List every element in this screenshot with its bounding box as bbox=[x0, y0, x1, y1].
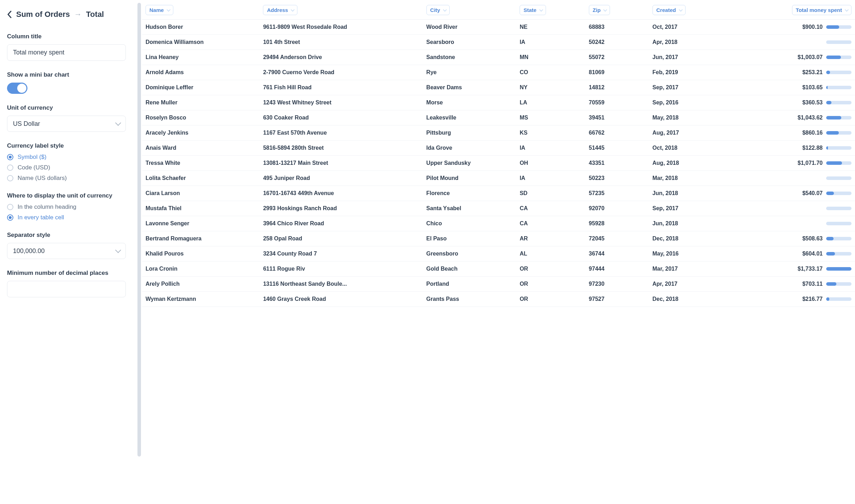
cell-created: Apr, 2017 bbox=[649, 277, 731, 292]
cell-city: Rye bbox=[423, 65, 516, 80]
mini-bar-fill bbox=[826, 297, 829, 301]
mini-bar-fill bbox=[826, 192, 834, 195]
cell-created: Feb, 2019 bbox=[649, 65, 731, 80]
total-value: $1,071.70 bbox=[795, 160, 823, 166]
cell-created: Aug, 2017 bbox=[649, 125, 731, 141]
radio-label: In the column heading bbox=[18, 203, 76, 211]
cell-zip: 92070 bbox=[585, 201, 649, 216]
column-header-button[interactable]: State bbox=[520, 5, 546, 15]
cell-state: OR bbox=[516, 277, 585, 292]
mini-bar-toggle[interactable] bbox=[7, 83, 27, 94]
table-row[interactable]: Lora Cronin6111 Rogue RivGold BeachOR974… bbox=[142, 261, 855, 277]
cell-created: Oct, 2017 bbox=[649, 20, 731, 35]
cell-state: IA bbox=[516, 141, 585, 156]
cell-created: Sep, 2016 bbox=[649, 95, 731, 110]
cell-state: AL bbox=[516, 246, 585, 261]
min-decimals-label: Minimum number of decimal places bbox=[7, 270, 126, 277]
table-row[interactable]: Aracely Jenkins1167 East 570th AvenuePit… bbox=[142, 125, 855, 141]
cell-zip: 50223 bbox=[585, 171, 649, 186]
cell-name: Rene Muller bbox=[142, 95, 259, 110]
breadcrumb-to: Total bbox=[86, 10, 104, 19]
column-header-button[interactable]: Zip bbox=[589, 5, 610, 15]
table-row[interactable]: Arely Pollich13116 Northeast Sandy Boule… bbox=[142, 277, 855, 292]
mini-bar-fill bbox=[826, 101, 831, 104]
display-unit-option[interactable]: In every table cell bbox=[7, 214, 126, 221]
currency-unit-select[interactable]: US Dollar bbox=[7, 116, 126, 132]
table-row[interactable]: Bertrand Romaguera258 Opal RoadEl PasoAR… bbox=[142, 231, 855, 246]
table-row[interactable]: Mustafa Thiel2993 Hoskings Ranch RoadSan… bbox=[142, 201, 855, 216]
table-row[interactable]: Ciara Larson16701-16743 449th AvenueFlor… bbox=[142, 186, 855, 201]
cell-name: Arnold Adams bbox=[142, 65, 259, 80]
column-header-button[interactable]: Total money spent bbox=[792, 5, 851, 15]
cell-zip: 39451 bbox=[585, 110, 649, 125]
total-value: $860.16 bbox=[795, 130, 823, 136]
table-row[interactable]: Khalid Pouros3234 County Road 7Greensbor… bbox=[142, 246, 855, 261]
column-header-button[interactable]: City bbox=[426, 5, 450, 15]
table-row[interactable]: Lolita Schaefer495 Juniper RoadPilot Mou… bbox=[142, 171, 855, 186]
table-row[interactable]: Rene Muller1243 West Whitney StreetMorse… bbox=[142, 95, 855, 110]
cell-zip: 50242 bbox=[585, 35, 649, 50]
cell-state: CA bbox=[516, 201, 585, 216]
cell-name: Lina Heaney bbox=[142, 50, 259, 65]
cell-state: NE bbox=[516, 20, 585, 35]
total-value: $103.65 bbox=[795, 84, 823, 91]
cell-name: Bertrand Romaguera bbox=[142, 231, 259, 246]
cell-zip: 81069 bbox=[585, 65, 649, 80]
cell-total bbox=[731, 216, 855, 231]
cell-created: Aug, 2018 bbox=[649, 156, 731, 171]
column-header-button[interactable]: Address bbox=[263, 5, 297, 15]
column-header-label: City bbox=[430, 7, 440, 13]
total-value: $216.77 bbox=[795, 296, 823, 302]
table-row[interactable]: Hudson Borer9611-9809 West Rosedale Road… bbox=[142, 20, 855, 35]
cell-name: Lolita Schaefer bbox=[142, 171, 259, 186]
cell-created: Jun, 2017 bbox=[649, 50, 731, 65]
cell-zip: 97444 bbox=[585, 261, 649, 277]
table-row[interactable]: Tressa White13081-13217 Main StreetUpper… bbox=[142, 156, 855, 171]
table-row[interactable]: Arnold Adams2-7900 Cuerno Verde RoadRyeC… bbox=[142, 65, 855, 80]
cell-city: Upper Sandusky bbox=[423, 156, 516, 171]
table-row[interactable]: Lavonne Senger3964 Chico River RoadChico… bbox=[142, 216, 855, 231]
table-row[interactable]: Lina Heaney29494 Anderson DriveSandstone… bbox=[142, 50, 855, 65]
cell-address: 3964 Chico River Road bbox=[259, 216, 423, 231]
min-decimals-input[interactable] bbox=[7, 281, 126, 297]
cell-address: 13081-13217 Main Street bbox=[259, 156, 423, 171]
min-decimals-section: Minimum number of decimal places bbox=[7, 270, 126, 297]
table-row[interactable]: Roselyn Bosco630 Coaker RoadLeakesvilleM… bbox=[142, 110, 855, 125]
column-header-button[interactable]: Created bbox=[652, 5, 686, 15]
mini-bar bbox=[826, 56, 851, 59]
back-icon[interactable] bbox=[7, 11, 12, 18]
table-row[interactable]: Domenica Williamson101 4th StreetSearsbo… bbox=[142, 35, 855, 50]
cell-total bbox=[731, 201, 855, 216]
sidebar-scrollbar[interactable] bbox=[136, 0, 142, 504]
label-style-option[interactable]: Name (US dollars) bbox=[7, 175, 126, 182]
chevron-down-icon bbox=[291, 7, 295, 11]
cell-city: El Paso bbox=[423, 231, 516, 246]
cell-name: Tressa White bbox=[142, 156, 259, 171]
label-style-option[interactable]: Symbol ($) bbox=[7, 154, 126, 161]
mini-bar-fill bbox=[826, 282, 836, 286]
table-row[interactable]: Wyman Kertzmann1460 Grays Creek RoadGran… bbox=[142, 292, 855, 307]
chevron-down-icon bbox=[443, 7, 447, 11]
label-style-option[interactable]: Code (USD) bbox=[7, 164, 126, 171]
separator-select[interactable]: 100,000.00 bbox=[7, 243, 126, 259]
column-header-button[interactable]: Name bbox=[146, 5, 173, 15]
cell-total: $122.88 bbox=[731, 141, 855, 156]
cell-name: Wyman Kertzmann bbox=[142, 292, 259, 307]
scrollbar-thumb[interactable] bbox=[137, 3, 141, 457]
mini-bar bbox=[826, 40, 851, 44]
data-table-area: NameAddressCityStateZipCreatedTotal mone… bbox=[142, 0, 855, 504]
currency-unit-section: Unit of currency US Dollar bbox=[7, 104, 126, 132]
radio-label: Name (US dollars) bbox=[18, 175, 67, 182]
display-unit-option[interactable]: In the column heading bbox=[7, 203, 126, 211]
column-title-input[interactable] bbox=[7, 44, 126, 61]
radio-icon bbox=[7, 175, 13, 181]
cell-state: SD bbox=[516, 186, 585, 201]
mini-bar bbox=[826, 252, 851, 256]
radio-icon bbox=[7, 214, 13, 221]
mini-bar bbox=[826, 192, 851, 195]
cell-address: 495 Juniper Road bbox=[259, 171, 423, 186]
table-row[interactable]: Anais Ward5816-5894 280th StreetIda Grov… bbox=[142, 141, 855, 156]
cell-created: Mar, 2017 bbox=[649, 261, 731, 277]
table-row[interactable]: Dominique Leffler761 Fish Hill RoadBeave… bbox=[142, 80, 855, 95]
display-unit-heading: Where to display the unit of currency bbox=[7, 192, 126, 199]
